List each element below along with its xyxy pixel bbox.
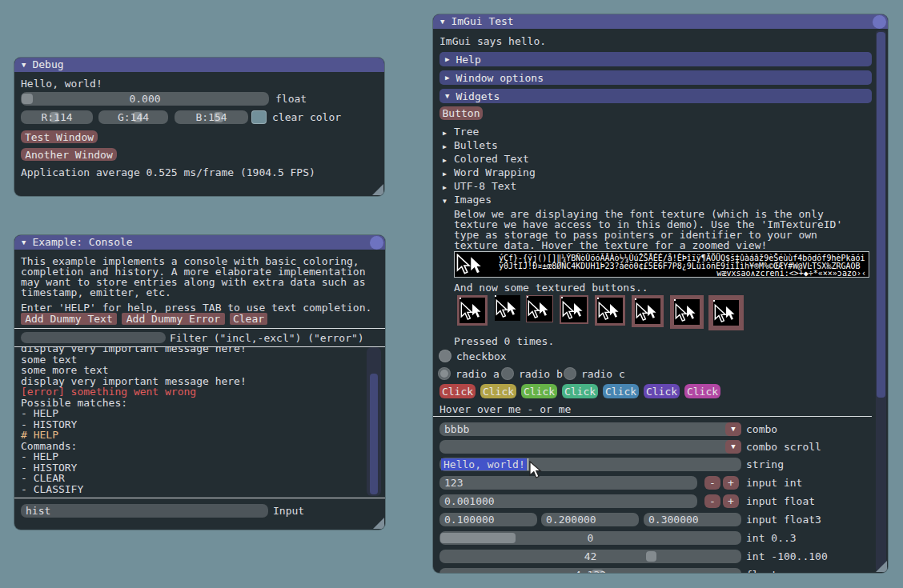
input-float-label: input float (746, 496, 815, 506)
log-line: some text (21, 354, 77, 365)
tree-item-utf8[interactable]: UTF-8 Text (454, 181, 516, 191)
combo-arrow-button[interactable]: ▼ (725, 440, 741, 454)
console-log[interactable]: display very important message here! som… (14, 347, 385, 496)
color-field-r[interactable]: R:114 (21, 110, 93, 124)
image-button-7[interactable] (670, 295, 704, 329)
image-button-1[interactable] (457, 295, 488, 326)
collapse-icon[interactable]: ▼ (22, 58, 26, 72)
scrollbar[interactable] (876, 30, 886, 571)
font-texture-image[interactable]: ýÇf}-{ÿj()[]‖¼ÝBÑòÙöóÃÂÀò½¼ÙúŽŠÅÉÉ/å!ÈÞî… (454, 251, 869, 278)
arrow-down-icon: ▼ (445, 89, 449, 103)
input-float3-label: input float3 (746, 514, 821, 525)
image-button-5[interactable] (595, 295, 625, 326)
input-float-minus-button[interactable]: - (704, 494, 720, 508)
combo-scroll[interactable]: ▼ (439, 440, 741, 454)
console-titlebar[interactable]: ▼ Example: Console (14, 235, 385, 250)
console-scrollbar[interactable] (367, 347, 381, 496)
color-field-b[interactable]: B:154 (175, 110, 248, 124)
collapse-icon[interactable]: ▼ (22, 235, 26, 250)
resize-grip[interactable] (876, 561, 887, 572)
radio-b[interactable] (501, 367, 514, 380)
text-caret (528, 458, 528, 470)
slider-int2[interactable]: 42 (439, 550, 741, 563)
texture-glyph-row: wævxsao∧zcreni:<>+◆÷*«××»ɔazo›‹ (716, 270, 866, 278)
log-line: # HELP (21, 430, 58, 440)
header-help[interactable]: ▶ Help (439, 52, 872, 66)
tree-item-tree[interactable]: Tree (454, 126, 479, 137)
checkbox[interactable] (439, 350, 451, 362)
header-widgets[interactable]: ▼ Widgets (439, 89, 872, 103)
slider-float[interactable]: 4.132 (439, 568, 741, 573)
string-input[interactable]: Hello, world! (439, 458, 741, 471)
radio-a[interactable] (438, 367, 451, 380)
click-button-6[interactable]: Click (644, 384, 680, 398)
combo[interactable]: bbbb ▼ (439, 422, 741, 436)
test-window-button[interactable]: Test Window (21, 130, 98, 143)
click-button-2[interactable]: Click (480, 384, 516, 398)
input-int[interactable]: 123 (439, 476, 697, 490)
click-button-3[interactable]: Click (521, 384, 557, 398)
window-title: Example: Console (32, 235, 132, 250)
mouse-cursor (529, 461, 545, 483)
button-widget[interactable]: Button (439, 106, 483, 120)
click-button-4[interactable]: Click (562, 384, 598, 398)
log-line: - HISTORY (21, 419, 77, 430)
click-button-1[interactable]: Click (439, 384, 476, 398)
close-button[interactable] (370, 236, 383, 250)
input-float3-x[interactable]: 0.100000 (439, 513, 537, 526)
image-button-6[interactable] (632, 295, 664, 327)
slider-float-label: float (746, 570, 777, 573)
tree-item-word-wrapping[interactable]: Word Wrapping (454, 167, 536, 178)
hover-text: Hover over me - or me (439, 404, 571, 414)
tree-item-colored-text[interactable]: Colored Text (454, 154, 529, 164)
scrollbar-grab[interactable] (877, 32, 885, 398)
arrow-right-icon: ▶ (443, 142, 447, 152)
click-button-7[interactable]: Click (684, 384, 720, 398)
image-button-4[interactable] (560, 295, 588, 324)
log-line: some more text (21, 365, 109, 375)
clear-button[interactable]: Clear (230, 313, 267, 325)
input-int-plus-button[interactable]: + (723, 476, 739, 490)
image-button-2[interactable] (495, 295, 520, 321)
click-button-5[interactable]: Click (603, 384, 639, 398)
radio-c[interactable] (564, 367, 576, 380)
input-float3-z[interactable]: 0.300000 (644, 513, 741, 526)
tree-item-images[interactable]: Images (454, 194, 492, 205)
float-slider[interactable]: 0.000 (21, 92, 269, 106)
console-input[interactable]: hist (21, 504, 268, 518)
another-window-button[interactable]: Another Window (21, 148, 117, 161)
close-button[interactable] (873, 15, 886, 29)
debug-titlebar[interactable]: ▼ Debug (14, 58, 384, 72)
cursor-glyphs-icon (456, 254, 492, 275)
input-int-minus-button[interactable]: - (704, 476, 720, 490)
color-field-g[interactable]: G:144 (98, 110, 168, 124)
console-input-value: hist (26, 506, 50, 516)
combo-arrow-icon: ▼ (731, 442, 735, 452)
header-window-options[interactable]: ▶ Window options (439, 70, 872, 85)
combo-arrow-button[interactable]: ▼ (725, 422, 741, 436)
slider-int-label: int 0..3 (746, 533, 797, 543)
string-input-label: string (746, 459, 784, 470)
image-button-8[interactable] (708, 295, 744, 330)
image-button-3[interactable] (526, 295, 553, 322)
stats-text: Application average 0.525 ms/frame (1904… (21, 167, 315, 178)
clear-color-swatch[interactable] (251, 110, 267, 124)
hello-text: ImGui says hello. (439, 36, 546, 46)
slider-int[interactable]: 0 (439, 531, 741, 545)
console-input-label: Input (273, 506, 304, 516)
resize-grip[interactable] (372, 184, 383, 195)
add-dummy-text-button[interactable]: Add Dummy Text (21, 313, 117, 325)
filter-input[interactable] (21, 332, 166, 343)
tree-item-bullets[interactable]: Bullets (454, 140, 498, 150)
color-field-r-value: R:114 (21, 112, 93, 122)
collapse-icon[interactable]: ▼ (440, 14, 444, 29)
console-scrollbar-grab[interactable] (370, 374, 378, 494)
resize-grip[interactable] (373, 518, 384, 529)
input-float[interactable]: 0.001000 (439, 494, 697, 508)
add-dummy-error-button[interactable]: Add Dummy Error (122, 313, 225, 325)
input-float-plus-button[interactable]: + (723, 494, 739, 508)
separator (14, 328, 385, 329)
input-float3-y[interactable]: 0.200000 (541, 513, 639, 526)
imgui-test-titlebar[interactable]: ▼ ImGui Test (433, 14, 888, 29)
slider-int2-label: int -100..100 (746, 551, 828, 562)
